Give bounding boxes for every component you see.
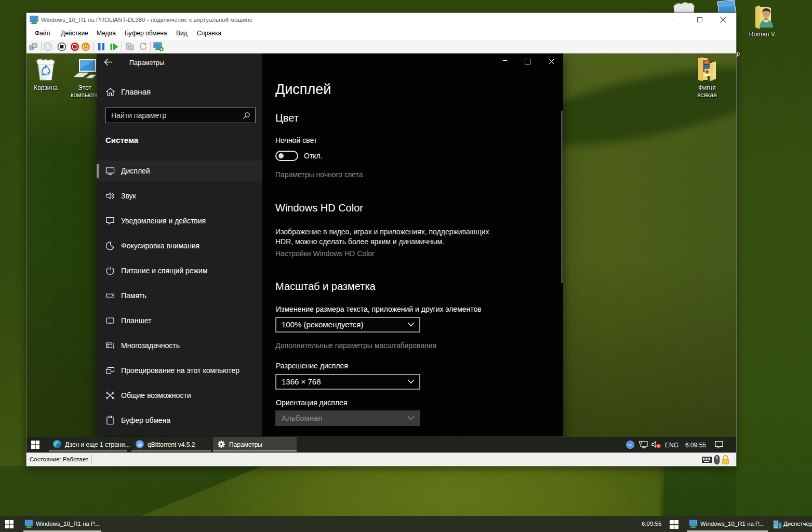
svg-text:qb: qb [138,443,142,447]
svg-text:qb: qb [628,443,632,447]
